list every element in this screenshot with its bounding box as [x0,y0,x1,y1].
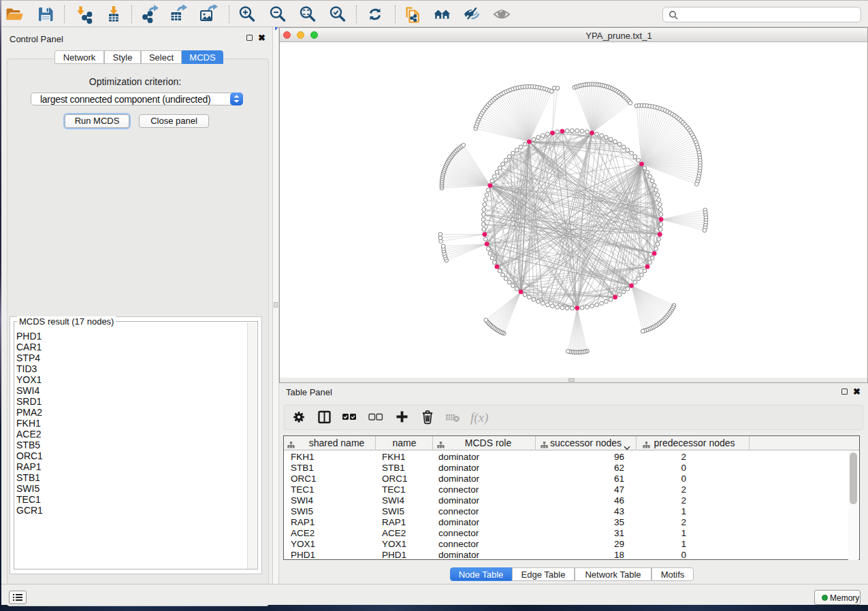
svg-text:f(x): f(x) [470,410,488,425]
